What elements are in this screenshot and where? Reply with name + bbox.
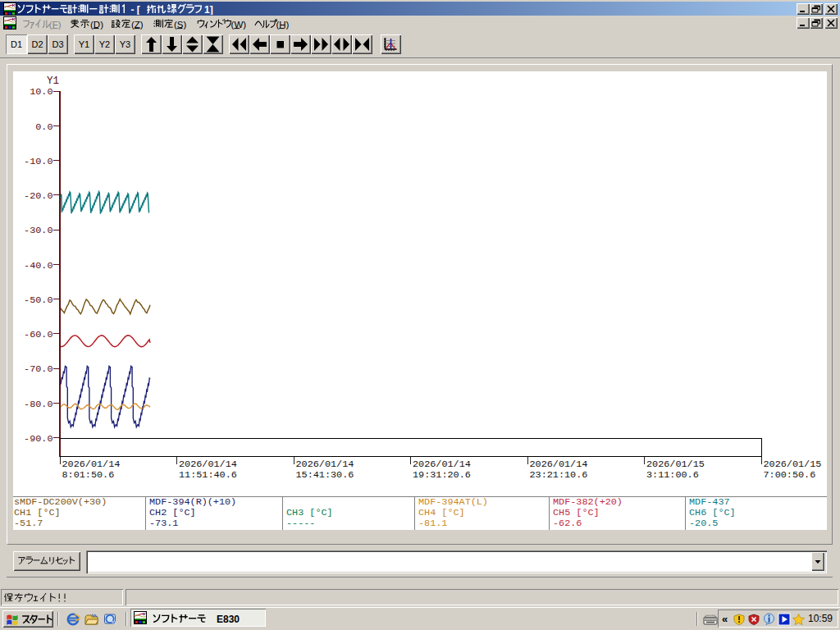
svg-text:sMDF-DC200V(+30): sMDF-DC200V(+30) bbox=[14, 496, 107, 508]
svg-text:CH2 [°C]: CH2 [°C] bbox=[149, 507, 196, 518]
svg-text:2026/01/14: 2026/01/14 bbox=[413, 459, 471, 470]
svg-text:CH3 [°C]: CH3 [°C] bbox=[286, 507, 333, 518]
svg-text:(D): (D) bbox=[90, 20, 103, 30]
svg-text:MDF-394(R)(+10): MDF-394(R)(+10) bbox=[149, 496, 236, 508]
svg-text:3:11:00.6: 3:11:00.6 bbox=[646, 469, 699, 481]
svg-text:(W): (W) bbox=[231, 20, 247, 30]
svg-text:-81.1: -81.1 bbox=[418, 518, 447, 529]
svg-text:- [: - [ bbox=[131, 4, 140, 16]
svg-text:1]: 1] bbox=[204, 4, 213, 16]
svg-text:15:41:30.6: 15:41:30.6 bbox=[296, 469, 354, 481]
svg-text:7:00:50.6: 7:00:50.6 bbox=[764, 469, 816, 481]
svg-text:-40.0: -40.0 bbox=[24, 260, 52, 272]
svg-text:2026/01/15: 2026/01/15 bbox=[646, 459, 705, 470]
svg-text:2026/01/14: 2026/01/14 bbox=[62, 459, 121, 470]
svg-text:11:51:40.6: 11:51:40.6 bbox=[179, 469, 237, 481]
svg-text:-70.0: -70.0 bbox=[24, 363, 52, 375]
svg-text:CH4 [°C]: CH4 [°C] bbox=[418, 507, 465, 518]
svg-text:-20.0: -20.0 bbox=[24, 190, 52, 202]
svg-text:8:01:50.6: 8:01:50.6 bbox=[62, 469, 115, 481]
svg-text:-30.0: -30.0 bbox=[24, 225, 52, 236]
svg-text:0.0: 0.0 bbox=[35, 121, 52, 133]
svg-text:MDF-382(+20): MDF-382(+20) bbox=[553, 496, 623, 508]
svg-text:(H): (H) bbox=[276, 20, 289, 30]
svg-text:10.0: 10.0 bbox=[30, 86, 52, 98]
svg-text:CH5 [°C]: CH5 [°C] bbox=[553, 507, 600, 518]
svg-text:(F): (F) bbox=[49, 20, 62, 30]
svg-text:19:31:20.6: 19:31:20.6 bbox=[413, 469, 471, 481]
svg-text:(S): (S) bbox=[174, 20, 187, 30]
svg-text:CH6 [°C]: CH6 [°C] bbox=[689, 507, 736, 518]
svg-text:E830: E830 bbox=[217, 614, 240, 625]
svg-text:2026/01/14: 2026/01/14 bbox=[296, 459, 354, 470]
svg-text:-20.5: -20.5 bbox=[689, 518, 718, 529]
svg-text:-62.6: -62.6 bbox=[553, 518, 582, 529]
svg-text:Y1: Y1 bbox=[47, 75, 59, 87]
svg-text:(Z): (Z) bbox=[131, 20, 144, 30]
svg-text:23:21:10.6: 23:21:10.6 bbox=[530, 469, 588, 481]
svg-text:-51.7: -51.7 bbox=[14, 518, 43, 529]
svg-text:CH1 [°C]: CH1 [°C] bbox=[14, 507, 61, 518]
svg-text:MDF-437: MDF-437 bbox=[689, 496, 730, 508]
svg-text:-73.1: -73.1 bbox=[149, 518, 178, 529]
svg-text:-90.0: -90.0 bbox=[24, 433, 52, 445]
svg-text:2026/01/14: 2026/01/14 bbox=[530, 459, 588, 470]
svg-text:2026/01/14: 2026/01/14 bbox=[179, 459, 237, 470]
svg-text:MDF-394AT(L): MDF-394AT(L) bbox=[418, 496, 488, 508]
svg-text:-80.0: -80.0 bbox=[24, 399, 52, 410]
svg-text:-60.0: -60.0 bbox=[24, 329, 52, 340]
svg-text:-50.0: -50.0 bbox=[24, 294, 52, 306]
svg-text:2026/01/15: 2026/01/15 bbox=[764, 459, 822, 470]
svg-text:-10.0: -10.0 bbox=[24, 156, 52, 167]
svg-text:-----: ----- bbox=[286, 518, 315, 529]
